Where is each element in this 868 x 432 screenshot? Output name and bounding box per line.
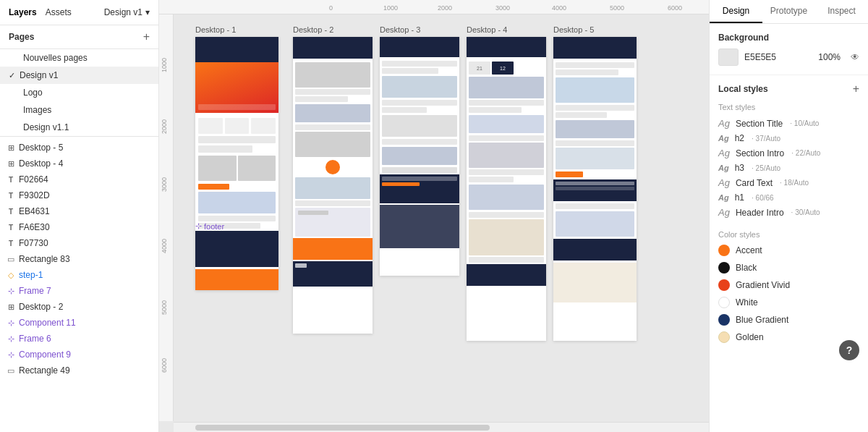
- component-icon: ⊹: [6, 286, 16, 296]
- golden-label: Golden: [736, 332, 764, 342]
- frame-desktop-1[interactable]: [195, 37, 278, 290]
- color-white[interactable]: White: [710, 294, 868, 311]
- ag-icon-section-title: Ag: [718, 118, 730, 129]
- h-scrollbar[interactable]: [174, 422, 709, 432]
- page-item-logo[interactable]: Logo: [0, 84, 158, 101]
- color-gradient-vivid[interactable]: Gradient Vivid: [710, 276, 868, 294]
- color-blue-gradient[interactable]: Blue Gradient: [710, 311, 868, 329]
- background-swatch[interactable]: [718, 48, 739, 66]
- style-name-section-title: Section Title: [736, 119, 783, 129]
- layer-desktop-4[interactable]: ⊞ Desktop - 4: [0, 156, 158, 171]
- ruler-6000: 6000: [668, 4, 682, 12]
- layer-desktop-5[interactable]: ⊞ Desktop - 5: [0, 140, 158, 156]
- frame-desktop-5[interactable]: [553, 37, 637, 341]
- style-meta-header-intro: · 30/Auto: [791, 208, 820, 216]
- tab-inspect[interactable]: Inspect: [815, 0, 868, 23]
- frame-desktop-4-wrapper: Desktop - 4 21 12: [467, 25, 546, 341]
- tab-layers[interactable]: Layers: [9, 6, 37, 19]
- frame-desktop-4[interactable]: 21 12: [467, 37, 546, 341]
- background-section: Background E5E5E5 100% 👁: [710, 24, 868, 75]
- local-styles-title: Local styles: [718, 84, 768, 94]
- white-swatch: [718, 297, 730, 308]
- frame-icon: ⊞: [6, 143, 16, 153]
- accent-label: Accent: [736, 245, 762, 255]
- help-button[interactable]: ?: [839, 340, 859, 360]
- frame-desktop-4-label: Desktop - 4: [467, 25, 546, 34]
- component-icon: ⊹: [6, 350, 16, 360]
- style-section-title[interactable]: Ag Section Title · 10/Auto: [718, 116, 859, 131]
- frame-desktop-5-label: Desktop - 5: [553, 25, 637, 34]
- ruler-v-5000: 5000: [161, 300, 168, 315]
- style-name-h1: h1: [735, 192, 744, 203]
- diamond-icon: ◇: [6, 270, 16, 280]
- style-h1[interactable]: Ag h1 · 60/66: [718, 190, 859, 205]
- style-name-header-intro: Header Intro: [736, 208, 784, 218]
- ag-icon-section-intro: Ag: [718, 148, 730, 158]
- style-h3[interactable]: Ag h3 · 25/Auto: [718, 161, 859, 175]
- ag-icon-h1: Ag: [718, 193, 729, 202]
- layer-component9[interactable]: ⊹ Component 9: [0, 347, 158, 363]
- local-styles-section: Local styles + Text styles Ag Section Ti…: [710, 75, 868, 346]
- text-icon: T: [6, 174, 16, 185]
- ag-icon-card-text: Ag: [718, 177, 730, 188]
- tab-prototype[interactable]: Prototype: [762, 0, 815, 23]
- page-item-images[interactable]: Images: [0, 101, 158, 119]
- style-header-intro[interactable]: Ag Header Intro · 30/Auto: [718, 205, 859, 220]
- layer-desktop-2[interactable]: ⊞ Desktop - 2: [0, 299, 158, 315]
- style-section-intro[interactable]: Ag Section Intro · 22/Auto: [718, 145, 859, 161]
- ruler-4000: 4000: [552, 4, 566, 12]
- frame-desktop-2[interactable]: [293, 37, 373, 334]
- layer-f07730[interactable]: T F07730: [0, 235, 158, 251]
- layer-eb4631[interactable]: T EB4631: [0, 203, 158, 219]
- visibility-icon[interactable]: 👁: [851, 52, 859, 62]
- style-card-text[interactable]: Ag Card Text · 18/Auto: [718, 175, 859, 190]
- page-item-design-v1-1[interactable]: Design v1.1: [0, 119, 158, 136]
- layer-step1[interactable]: ◇ step-1: [0, 267, 158, 283]
- page-item-nouvelles[interactable]: Nouvelles pages: [0, 49, 158, 67]
- golden-swatch: [718, 331, 730, 343]
- style-h2[interactable]: Ag h2 · 37/Auto: [718, 131, 859, 145]
- frame-desktop-3-label: Desktop - 3: [380, 25, 459, 34]
- canvas[interactable]: 0 1000 2000 3000 4000 5000 6000 7000 800…: [159, 0, 709, 432]
- tab-assets[interactable]: Assets: [46, 6, 72, 19]
- ruler-2000: 2000: [438, 4, 452, 12]
- ruler-v-2000: 2000: [161, 119, 168, 134]
- rect-icon: ▭: [6, 254, 16, 264]
- frame-desktop-5-wrapper: Desktop - 5: [553, 25, 637, 341]
- white-label: White: [736, 297, 758, 308]
- layer-component11[interactable]: ⊹ Component 11: [0, 315, 158, 331]
- accent-swatch: [718, 245, 730, 256]
- tab-design[interactable]: Design: [710, 0, 762, 23]
- page-item-design-v1[interactable]: ✓ Design v1: [0, 67, 158, 84]
- style-meta-section-intro: · 22/Auto: [791, 149, 820, 157]
- footer-label: ⊹ footer: [195, 221, 224, 231]
- layer-frame6[interactable]: ⊹ Frame 6: [0, 331, 158, 347]
- pages-header: Pages +: [0, 25, 158, 49]
- layer-f02664[interactable]: T F02664: [0, 171, 158, 187]
- v-ruler: 1000 2000 3000 4000 5000 6000: [159, 14, 174, 421]
- style-name-section-intro: Section Intro: [736, 148, 784, 158]
- add-page-button[interactable]: +: [143, 31, 150, 43]
- pages-title: Pages: [9, 32, 34, 42]
- layer-rect83[interactable]: ▭ Rectangle 83: [0, 251, 158, 267]
- h-scrollbar-thumb[interactable]: [195, 425, 490, 431]
- layer-fa6e30[interactable]: T FA6E30: [0, 219, 158, 235]
- ruler-3000: 3000: [495, 4, 510, 12]
- design-version[interactable]: Design v1 ▾: [104, 7, 150, 17]
- color-styles-label: Color styles: [710, 226, 868, 242]
- component-icon: ⊹: [6, 334, 16, 344]
- ruler-5000: 5000: [610, 4, 624, 12]
- layer-frame7[interactable]: ⊹ Frame 7: [0, 283, 158, 299]
- layers-list: ⊞ Desktop - 5 ⊞ Desktop - 4 T F02664 T F…: [0, 137, 158, 432]
- style-meta-card-text: · 18/Auto: [780, 179, 809, 187]
- canvas-content[interactable]: Desktop - 1: [174, 14, 709, 421]
- add-style-button[interactable]: +: [853, 82, 859, 96]
- background-title: Background: [718, 33, 769, 43]
- layer-rect49[interactable]: ▭ Rectangle 49: [0, 363, 158, 378]
- frame-icon: ⊞: [6, 302, 16, 312]
- layer-f9302d[interactable]: T F9302D: [0, 187, 158, 203]
- color-black[interactable]: Black: [710, 259, 868, 276]
- color-accent[interactable]: Accent: [710, 242, 868, 259]
- style-meta-h3: · 25/Auto: [752, 164, 780, 172]
- frame-desktop-3[interactable]: [380, 37, 459, 276]
